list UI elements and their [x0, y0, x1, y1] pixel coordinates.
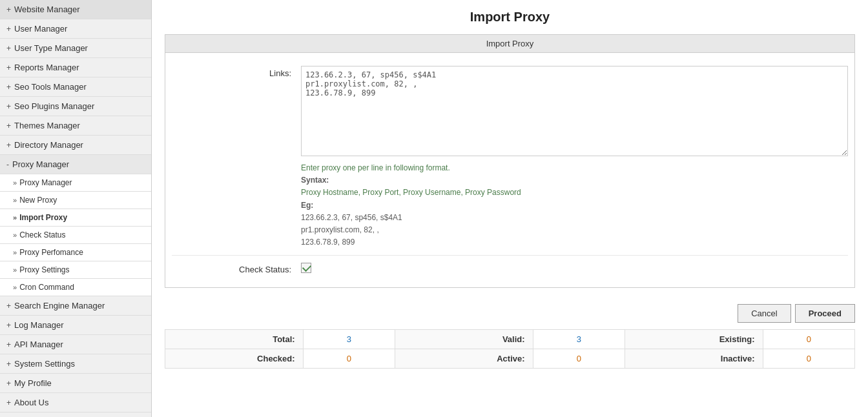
arrow-icon: »	[13, 214, 17, 221]
sidebar-subitem-label: Proxy Settings	[19, 265, 69, 274]
arrow-icon: »	[13, 179, 17, 187]
sidebar-item-system-settings[interactable]: + System Settings	[0, 354, 151, 374]
sidebar-subitem-check-status[interactable]: » Check Status	[0, 227, 151, 244]
arrow-icon: »	[13, 249, 17, 256]
stats-row-1: Total: 3 Valid: 3 Existing: 0	[165, 330, 855, 349]
total-label: Total:	[165, 330, 304, 349]
sidebar-item-reports-manager[interactable]: + Reports Manager	[0, 58, 151, 77]
sidebar-item-seo-plugins-manager[interactable]: + Seo Plugins Manager	[0, 97, 151, 116]
links-textarea[interactable]	[301, 66, 848, 156]
sidebar-item-seo-tools-manager[interactable]: + Seo Tools Manager	[0, 77, 151, 97]
stats-row-2: Checked: 0 Active: 0 Inactive: 0	[165, 349, 855, 369]
main-content: Import Proxy Import Proxy Links: Enter p…	[152, 0, 868, 417]
checked-label: Checked:	[165, 349, 304, 369]
sidebar-item-proxy-manager[interactable]: - Proxy Manager	[0, 155, 151, 174]
syntax-value: Proxy Hostname, Proxy Port, Proxy Userna…	[301, 188, 521, 197]
sidebar-subitem-label: Cron Command	[19, 283, 74, 292]
sidebar-item-label: Reports Manager	[14, 63, 79, 72]
sidebar-item-label: My Profile	[14, 378, 52, 388]
syntax-label: Syntax:	[301, 176, 329, 185]
valid-label: Valid:	[395, 330, 533, 349]
sidebar-item-my-profile[interactable]: + My Profile	[0, 374, 151, 393]
expand-icon: +	[6, 83, 11, 92]
active-label: Active:	[395, 349, 533, 369]
help-line1: Enter proxy one per line in following fo…	[301, 163, 450, 172]
valid-value: 3	[533, 330, 625, 349]
sidebar-item-api-manager[interactable]: + API Manager	[0, 335, 151, 354]
eg-label: Eg:	[301, 201, 313, 210]
arrow-icon: »	[13, 231, 17, 239]
sidebar-item-directory-manager[interactable]: + Directory Manager	[0, 136, 151, 155]
arrow-icon: »	[13, 283, 17, 291]
button-row: Cancel Proceed	[165, 298, 855, 329]
sidebar-subitem-label: New Proxy	[19, 196, 57, 205]
expand-icon: +	[6, 301, 11, 310]
import-proxy-panel: Import Proxy Links: Enter proxy one per …	[165, 34, 855, 288]
collapse-icon: -	[6, 160, 9, 169]
sidebar-item-label: Seo Plugins Manager	[14, 101, 94, 111]
inactive-label: Inactive:	[625, 349, 763, 369]
eg-line1: 123.66.2.3, 67, sp456, s$4A1	[301, 213, 402, 222]
sidebar-subitem-proxy-manager[interactable]: » Proxy Manager	[0, 174, 151, 192]
sidebar-subitem-cron-command[interactable]: » Cron Command	[0, 279, 151, 296]
sidebar-item-user-manager[interactable]: + User Manager	[0, 19, 151, 39]
sidebar-item-label: API Manager	[14, 340, 63, 349]
links-field: Enter proxy one per line in following fo…	[301, 66, 848, 249]
sidebar-subitem-label: Proxy Perfomance	[19, 248, 83, 257]
expand-icon: +	[6, 102, 11, 111]
cancel-button[interactable]: Cancel	[738, 304, 790, 323]
check-status-label: Check Status:	[172, 262, 301, 274]
arrow-icon: »	[13, 196, 17, 204]
sidebar-item-label: Directory Manager	[14, 140, 83, 150]
existing-value: 0	[763, 330, 854, 349]
sidebar-item-search-engine-manager[interactable]: + Search Engine Manager	[0, 296, 151, 316]
proceed-button[interactable]: Proceed	[795, 304, 855, 323]
sidebar-subitem-label: Check Status	[19, 230, 65, 239]
check-status-field	[301, 262, 848, 273]
sidebar-item-website-manager[interactable]: + Website Manager	[0, 0, 151, 19]
sidebar-item-label: Log Manager	[14, 320, 64, 330]
links-row: Links: Enter proxy one per line in follo…	[172, 59, 848, 256]
sidebar-subitem-import-proxy[interactable]: » Import Proxy	[0, 209, 151, 227]
sidebar-subitem-new-proxy[interactable]: » New Proxy	[0, 192, 151, 209]
sidebar-subitem-label: Import Proxy	[19, 213, 67, 222]
total-value: 3	[303, 330, 395, 349]
sidebar-item-log-manager[interactable]: + Log Manager	[0, 316, 151, 335]
panel-header: Import Proxy	[165, 35, 854, 53]
sidebar-item-user-type-manager[interactable]: + User Type Manager	[0, 39, 151, 58]
links-label: Links:	[172, 66, 301, 78]
check-status-row: Check Status:	[172, 256, 848, 281]
expand-icon: +	[6, 121, 11, 130]
sidebar-item-label: Proxy Manager	[12, 159, 69, 169]
sidebar: + Website Manager + User Manager + User …	[0, 0, 152, 417]
sidebar-item-label: Website Manager	[14, 5, 80, 14]
sidebar-item-about-us[interactable]: + About Us	[0, 393, 151, 412]
expand-icon: +	[6, 63, 11, 72]
existing-label: Existing:	[625, 330, 763, 349]
panel-body: Links: Enter proxy one per line in follo…	[165, 53, 854, 287]
active-value: 0	[533, 349, 625, 369]
expand-icon: +	[6, 379, 11, 388]
page-title: Import Proxy	[165, 10, 855, 25]
expand-icon: +	[6, 5, 11, 14]
eg-line3: 123.6.78.9, 899	[301, 238, 355, 247]
sidebar-item-label: Seo Tools Manager	[14, 82, 87, 92]
help-text: Enter proxy one per line in following fo…	[301, 162, 848, 249]
sidebar-item-label: Search Engine Manager	[14, 301, 105, 310]
sidebar-item-themes-manager[interactable]: + Themes Manager	[0, 116, 151, 136]
sidebar-item-label: About Us	[14, 398, 48, 407]
expand-icon: +	[6, 360, 11, 369]
arrow-icon: »	[13, 266, 17, 274]
sidebar-item-label: User Manager	[14, 24, 67, 34]
sidebar-subitem-proxy-performance[interactable]: » Proxy Perfomance	[0, 244, 151, 261]
expand-icon: +	[6, 141, 11, 150]
checked-value: 0	[303, 349, 395, 369]
sidebar-item-label: User Type Manager	[14, 43, 88, 53]
sidebar-subitem-proxy-settings[interactable]: » Proxy Settings	[0, 261, 151, 279]
expand-icon: +	[6, 321, 11, 330]
sidebar-item-label: Themes Manager	[14, 121, 80, 130]
eg-line2: pr1.proxylist.com, 82, ,	[301, 225, 379, 234]
check-status-checkbox[interactable]	[301, 263, 311, 273]
expand-icon: +	[6, 340, 11, 349]
expand-icon: +	[6, 398, 11, 407]
